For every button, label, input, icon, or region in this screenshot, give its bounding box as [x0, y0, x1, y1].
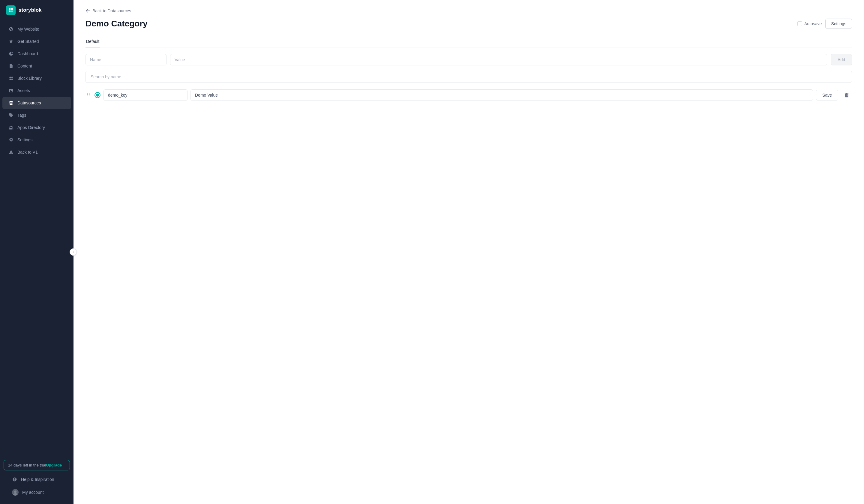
back-link-label: Back to Datasources: [93, 8, 131, 13]
sidebar-item-tags[interactable]: Tags: [2, 109, 71, 121]
rocket-icon: [8, 149, 14, 155]
tab-default[interactable]: Default: [85, 36, 100, 47]
sidebar-item-settings[interactable]: Settings: [2, 134, 71, 146]
save-button[interactable]: Save: [816, 90, 838, 100]
tabs: Default: [85, 36, 852, 47]
assets-icon: [8, 88, 14, 93]
dashboard-icon: [8, 51, 14, 56]
logo-icon: [6, 5, 16, 15]
arrow-left-icon: [85, 8, 90, 13]
autosave-checkbox[interactable]: [797, 21, 802, 26]
blocks-icon: [8, 75, 14, 81]
sidebar-item-back-to-v1[interactable]: Back to V1: [2, 146, 71, 158]
sparkle-icon: [8, 39, 14, 44]
delete-button[interactable]: [841, 90, 852, 100]
sidebar-item-label-content: Content: [17, 64, 32, 69]
search-input[interactable]: [85, 71, 852, 83]
account-avatar: [12, 489, 19, 496]
svg-rect-2: [9, 11, 11, 12]
radio-inner: [96, 94, 99, 97]
table-row: ⠿ Save: [85, 89, 852, 101]
drag-handle-icon[interactable]: ⠿: [85, 91, 92, 99]
sidebar-item-label-my-website: My Website: [17, 27, 39, 32]
autosave-label[interactable]: Autosave: [797, 21, 822, 26]
sidebar: storyblok My Website Get Started Dashboa…: [0, 0, 73, 504]
back-to-datasources-link[interactable]: Back to Datasources: [85, 8, 852, 13]
page-title: Demo Category: [85, 19, 147, 28]
add-button[interactable]: Add: [831, 54, 852, 65]
trial-text: 14 days left in the trial: [8, 463, 46, 467]
sidebar-item-label-assets: Assets: [17, 88, 30, 93]
sidebar-item-dashboard[interactable]: Dashboard: [2, 48, 71, 60]
datasources-icon: [8, 100, 14, 106]
data-rows-container: ⠿ Save: [85, 89, 852, 101]
sidebar-item-assets[interactable]: Assets: [2, 85, 71, 97]
page-header: Demo Category Autosave Settings: [85, 19, 852, 29]
sidebar-bottom: 14 days left in the trialUpgrade Help & …: [0, 456, 73, 504]
sidebar-item-help[interactable]: Help & Inspiration: [6, 473, 68, 485]
sidebar-item-label-get-started: Get Started: [17, 39, 39, 44]
sidebar-item-block-library[interactable]: Block Library: [2, 72, 71, 84]
main-content: Back to Datasources Demo Category Autosa…: [73, 0, 864, 504]
svg-rect-3: [11, 11, 13, 12]
sidebar-nav: My Website Get Started Dashboard Content: [0, 21, 73, 456]
page-wrapper: Back to Datasources Demo Category Autosa…: [73, 0, 864, 504]
sidebar-item-label-my-account: My account: [22, 490, 44, 495]
tags-icon: [8, 112, 14, 118]
value-input[interactable]: [170, 54, 827, 65]
trash-icon: [844, 93, 849, 98]
trial-banner: 14 days left in the trialUpgrade: [3, 460, 70, 470]
sidebar-item-label-help: Help & Inspiration: [21, 477, 54, 482]
header-actions: Autosave Settings: [797, 19, 852, 29]
content-icon: [8, 63, 14, 69]
sidebar-item-label-dashboard: Dashboard: [17, 51, 38, 56]
svg-point-4: [14, 491, 16, 493]
sidebar-collapse-button[interactable]: ‹: [70, 248, 77, 256]
sidebar-item-label-apps-directory: Apps Directory: [17, 125, 45, 130]
settings-icon: [8, 137, 14, 143]
help-icon: [12, 477, 17, 482]
add-entry-row: Add: [85, 54, 852, 65]
sidebar-item-label-block-library: Block Library: [17, 76, 42, 81]
svg-point-5: [13, 493, 17, 496]
svg-rect-0: [9, 8, 11, 10]
key-input[interactable]: [104, 89, 188, 101]
logo-text: storyblok: [19, 7, 42, 13]
name-input[interactable]: [85, 54, 167, 65]
globe-icon: [8, 26, 14, 32]
apps-icon: [8, 125, 14, 130]
sidebar-item-datasources[interactable]: Datasources: [2, 97, 71, 109]
sidebar-item-get-started[interactable]: Get Started: [2, 35, 71, 47]
sidebar-item-my-account[interactable]: My account: [6, 486, 68, 499]
sidebar-item-apps-directory[interactable]: Apps Directory: [2, 121, 71, 133]
row-radio[interactable]: [95, 92, 100, 98]
logo[interactable]: storyblok: [0, 0, 73, 21]
sidebar-item-label-back-to-v1: Back to V1: [17, 150, 38, 155]
row-value-input[interactable]: [191, 89, 813, 101]
settings-button[interactable]: Settings: [825, 19, 852, 29]
sidebar-item-content[interactable]: Content: [2, 60, 71, 72]
svg-rect-1: [11, 8, 13, 10]
upgrade-link[interactable]: Upgrade: [46, 463, 62, 467]
sidebar-item-my-website[interactable]: My Website: [2, 23, 71, 35]
sidebar-item-label-tags: Tags: [17, 113, 26, 118]
sidebar-item-label-datasources: Datasources: [17, 100, 41, 105]
sidebar-item-label-settings: Settings: [17, 137, 33, 142]
